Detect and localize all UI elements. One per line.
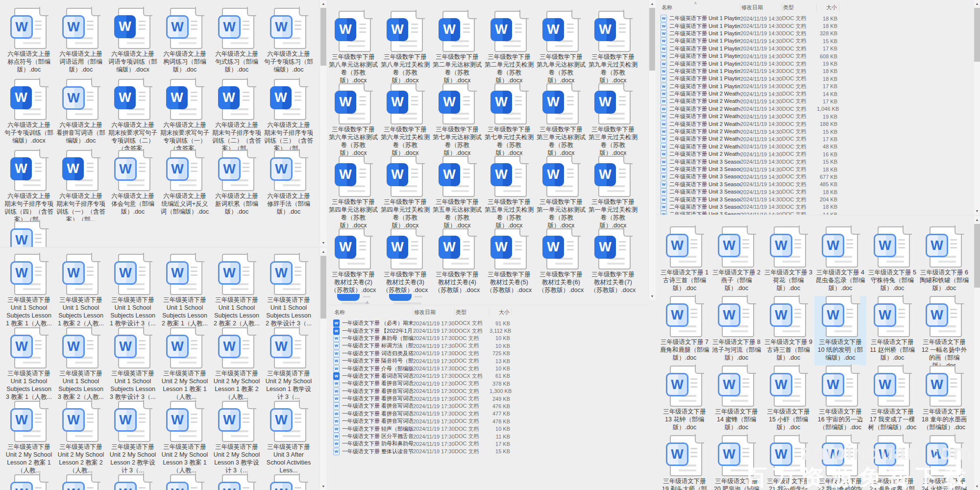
file-row[interactable]: W二年级英语下册 Unit 2 Weather Lesso...2024/11/…	[661, 135, 968, 143]
file-item[interactable]: W三年级语文下册 16 宇宙的另一边（部编版）.doc	[814, 366, 866, 435]
scroll-thumb[interactable]	[974, 224, 980, 288]
column-header-name[interactable]: 名称	[333, 308, 413, 316]
file-row[interactable]: W一年级语文下册 鼻韵母（部编版）.doc2024/11/19 17:30DOC…	[333, 335, 643, 342]
file-item[interactable]: W六年级语文上册 期末句子排序专项训练（一）（含答案）（部...	[55, 150, 107, 221]
file-item[interactable]: W三年级数学下册 第二单元过关检测卷（苏教版）.docx	[483, 11, 535, 83]
file-row[interactable]: W一年级语文下册 轻声（部编版）.doc2024/11/19 17:30DOC …	[333, 425, 643, 432]
column-header-type[interactable]: 类型	[455, 308, 490, 316]
file-item[interactable]: W三年级语文下册 23 海底世界（部编版）.doc	[866, 435, 918, 490]
file-item[interactable]: W三年级英语下册 Unit 1 School Subjects Lesson 2…	[263, 254, 315, 327]
file-item[interactable]: W三年级英语下册 Unit 2 My School Lesson 2 教案 1（…	[3, 401, 55, 474]
file-item[interactable]: W三年级语文下册 6 陶罐和铁罐（部编版）.doc	[918, 226, 970, 296]
file-item[interactable]: W三年级语文下册 7 鹿角和鹿腿（部编版）.doc	[659, 296, 710, 366]
file-item[interactable]: W三年级语文下册 24 火烧云（部编版）.doc	[918, 435, 970, 490]
file-item[interactable]: W三年级数学下册 教材过关卷(5)（苏教版）.docx	[483, 228, 535, 301]
file-item[interactable]: W六年级语文上册 新词积累（部编版）.doc	[211, 150, 263, 221]
file-item[interactable]: W三年级数学下册 第四单元达标测试卷（苏教版）.docx	[327, 156, 379, 228]
scroll-down-arrow[interactable]: ▼	[320, 483, 327, 490]
file-row[interactable]: W一年级语文下册 区分平翘舌音（部编版...2024/11/19 17:30DO…	[333, 433, 643, 440]
left-top-scrollbar[interactable]: ▲ ▼	[319, 0, 327, 246]
file-item[interactable]: W三年级数学下册 第五单元达标测试卷（苏教版）.docx	[431, 156, 483, 228]
file-row[interactable]: W一年级语文下册 看拼音写词语（部编版...2024/11/19 17:30DO…	[333, 395, 643, 402]
file-item[interactable]: W三年级语文下册 19 剃头大师（部编版）.doc	[659, 435, 710, 490]
scroll-up-arrow[interactable]: ▲	[320, 248, 327, 255]
file-row[interactable]: W一年级语文下册 介母（部编版）.doc2024/11/19 17:30DOC …	[333, 365, 643, 372]
file-row[interactable]: W二年级英语下册 Unit 1 Playtime Lesso...2024/11…	[661, 75, 968, 82]
file-item[interactable]: W三年级语文下册 8 池子与河流（部编版）.doc	[710, 296, 762, 366]
file-item[interactable]: W三年级英语下册 Unit 1 School Subjects Lesson 3…	[3, 327, 55, 401]
file-item[interactable]: W三年级语文下册 14 蜜蜂（部编版）.doc	[710, 366, 762, 435]
file-row[interactable]: W一年级语文下册 整体认读音节（部编版...2024/11/19 17:30DO…	[333, 448, 643, 455]
file-item[interactable]: W六年级语文上册 构词练习（部编版）.doc	[159, 8, 211, 79]
file-row[interactable]: W一年级语文下册 看词语写词语（8页）...2024/11/19 17:30DO…	[333, 372, 643, 380]
file-item[interactable]: W三年级数学下册 第一单元达标测试卷（苏教版）.docx	[535, 156, 587, 228]
file-item[interactable]: W三年级语文下册 20 肥皂泡（部编版）.doc	[710, 435, 762, 490]
file-item[interactable]: W六年级语文上册 句子专项训练（部编版）.docx	[3, 79, 55, 150]
file-row[interactable]: W一年级语文下册 【2022年1月更新】1...2024/11/19 17:30…	[333, 327, 643, 334]
file-row[interactable]: W二年级英语下册 Unit 1 Playtime Lesso...2024/11…	[661, 60, 968, 67]
file-row[interactable]: W二年级英语下册 Unit 1 Playtime Lesso...2024/11…	[661, 68, 968, 75]
scroll-down-arrow[interactable]: ▼	[320, 239, 327, 246]
file-item[interactable]: W三年级英语下册 Unit 1 School Subjects Lesson 1…	[107, 254, 159, 327]
scroll-thumb[interactable]	[974, 8, 980, 62]
file-item[interactable]: W三年级数学下册 第六单元过关检测卷（苏教版）.docx	[379, 83, 431, 156]
file-item[interactable]: W三年级语文下册 2 燕子（部编版）.doc	[710, 226, 762, 296]
file-row[interactable]: W一年级语文下册 韵母和鼻韵母（部编版...2024/11/19 17:30DO…	[333, 440, 643, 447]
file-item[interactable]: W三年级语文下册 9 古诗三首（部编版）.doc	[762, 296, 814, 366]
file-item[interactable]: W三年级语文下册 4 昆虫备忘录（部编版）.doc	[814, 226, 866, 296]
file-item[interactable]: W六年级语文上册 词语运用（部编版）.doc	[55, 8, 107, 79]
file-item[interactable]: W三年级英语下册 Unit 2 My School Lesson 1 教案 2（…	[211, 327, 263, 401]
file-row[interactable]: W一年级语文下册 看拼音写词语(田字格A...2024/11/19 17:30D…	[333, 417, 643, 425]
file-row[interactable]: W一年级语文下册 词语归类及搭配（部编...2024/11/19 17:30DO…	[333, 350, 643, 357]
file-row[interactable]: W二年级英语下册 Unit 2 Weather Lesso...2024/11/…	[661, 113, 968, 120]
file-item[interactable]: W三年级语文下册 1 古诗三首（部编版）.doc	[659, 226, 710, 296]
file-item[interactable]: W三年级数学下册 第三单元达标测试卷（苏教版）.docx	[535, 83, 587, 156]
file-row[interactable]: W二年级英语下册 Unit 1 Playtime Lesso...2024/11…	[661, 37, 968, 45]
file-item[interactable]: W	[159, 474, 211, 490]
file-item[interactable]: W	[55, 474, 107, 490]
file-item[interactable]: W三年级英语下册 Unit 1 School Subjects Lesson 1…	[55, 254, 107, 327]
file-item[interactable]: W三年级数学下册 教材过关卷(4)（苏教版）.docx	[431, 228, 483, 301]
file-item[interactable]: W三年级语文下册 22 我们奇妙的世界（部编版）.doc	[814, 435, 866, 490]
file-row[interactable]: W二年级英语下册 Unit 3 Seasons Lesso...2024/11/…	[661, 181, 968, 188]
scroll-up-arrow[interactable]: ▲	[649, 0, 656, 7]
file-item[interactable]: W三年级语文下册 18 童年的水墨画（部编版）.doc	[918, 366, 970, 435]
file-item[interactable]: W六年级语文上册 统编近义词+反义词（部编版）.doc	[159, 150, 211, 221]
scroll-down-arrow[interactable]: ▼	[974, 207, 980, 215]
file-row[interactable]: W二年级英语下册 Unit 1 Playtime Lesso...2024/11…	[661, 15, 968, 22]
file-row[interactable]: W二年级英语下册 Unit 1 Playtime Lesso...2024/11…	[661, 30, 968, 37]
file-item[interactable]: W三年级数学下册 第八单元过关检测卷（苏教版）.docx	[379, 11, 431, 83]
file-row[interactable]: W二年级英语下册 Unit 3 Seasons Lesso...2024/11/…	[661, 166, 968, 173]
file-item[interactable]: W六年级语文上册 句式练习（部编版）.doc	[211, 8, 263, 79]
file-item[interactable]: W三年级数学下册 第八单元达标测试卷（苏教版）.docx	[327, 11, 379, 83]
file-row[interactable]: W二年级英语下册 Unit 3 Seasons Lesso...2024/11/…	[661, 188, 968, 196]
file-row[interactable]: W一年级语文下册 看拼音写词语（22页）...2024/11/19 17:30D…	[333, 388, 643, 395]
file-item[interactable]: W六年级语文上册 词语专项训练（部编版）.docx	[107, 8, 159, 79]
file-item[interactable]: W三年级语文下册 17 我变成了一棵树（部编版）.doc	[866, 366, 918, 435]
left-bottom-scrollbar[interactable]: ▲ ▼	[319, 248, 327, 490]
file-item[interactable]: W六年级语文上册 看拼音写词语（部编版）.doc	[55, 79, 107, 150]
file-item[interactable]: W六年级语文上册 期末句子排序专项训练（二）（含答案）（部...	[211, 79, 263, 150]
file-item[interactable]: W三年级数学下册 教材过关卷(7)（苏教版）.docx	[587, 228, 639, 301]
file-item[interactable]: W三年级语文下册 10 纸的发明（部编版）.doc	[814, 296, 866, 366]
file-item[interactable]: W三年级语文下册 12 一幅名扬中外的画（部编版）.doc	[918, 296, 970, 366]
file-item[interactable]: W三年级英语下册 Unit 2 My School Lesson 2 教案 2（…	[55, 401, 107, 474]
file-item[interactable]: W三年级数学下册 教材过关卷(2)（苏教版）.docx	[327, 228, 379, 301]
scroll-up-arrow[interactable]: ▲	[974, 0, 980, 7]
file-item[interactable]: W三年级英语下册 Unit 1 School Subjects Lesson 3…	[55, 327, 107, 401]
file-item[interactable]: W六年级语文上册 期末按要求写句子专项训练（二）（含答案...	[107, 79, 159, 150]
right-bottom-scrollbar[interactable]: ▲ ▼	[973, 216, 980, 490]
file-row[interactable]: W二年级英语下册 Unit 3 Seasons Lesso...2024/11/…	[661, 196, 968, 203]
file-item[interactable]: W三年级数学下册 教材过关卷(6)（苏教版）.docx	[535, 228, 587, 301]
scroll-thumb[interactable]	[649, 8, 655, 71]
file-row[interactable]: W二年级英语下册 Unit 1 Playtime Lesso...2024/11…	[661, 45, 968, 52]
scroll-down-arrow[interactable]: ▼	[649, 293, 656, 300]
file-item[interactable]: W三年级英语下册 Unit 2 My School Lesson 3 教案 1（…	[159, 401, 211, 474]
file-item[interactable]: W三年级数学下册 第七单元过关检测卷（苏教版）.docx	[483, 83, 535, 156]
column-header-name[interactable]: 名称	[661, 3, 740, 11]
file-item[interactable]: W	[3, 221, 55, 247]
file-row[interactable]: W二年级英语下册 Unit 2 Weather Lesso...2024/11/…	[661, 90, 968, 98]
column-header-date[interactable]: 修改日期	[740, 3, 782, 11]
middle-top-scrollbar[interactable]: ▲ ▼	[648, 0, 656, 300]
file-item[interactable]: W三年级数学下册 第二单元达标测试卷（苏教版）.docx	[431, 11, 483, 83]
